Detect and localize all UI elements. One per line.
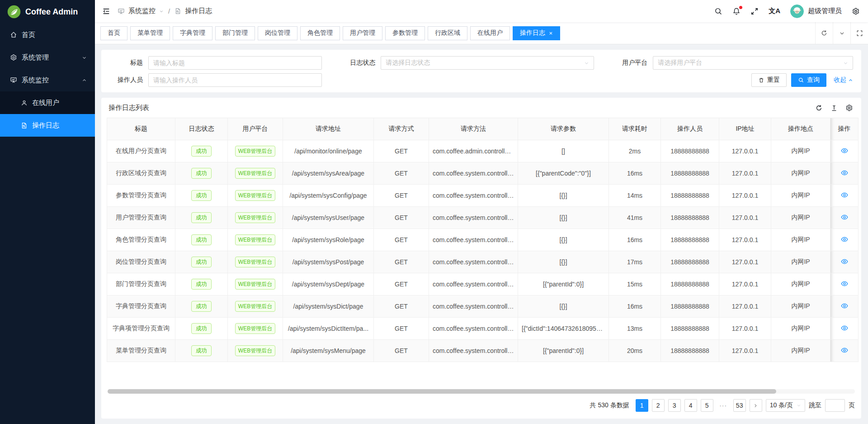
view-detail-eye-icon[interactable] — [840, 213, 849, 221]
user-icon — [21, 100, 28, 106]
tab[interactable]: 字典管理 — [173, 26, 212, 40]
refresh-icon[interactable] — [815, 22, 833, 44]
chevron-down-icon — [584, 61, 589, 66]
tab[interactable]: 用户管理 — [343, 26, 382, 40]
table-row: 部门管理分页查询 成功 WEB管理后台 /api/system/sysDept/… — [107, 273, 859, 295]
chevron-down-icon[interactable] — [159, 9, 164, 14]
page-button[interactable]: 3 — [668, 399, 681, 412]
sidebar-item-home[interactable]: 首页 — [0, 24, 95, 46]
next-page-button[interactable] — [750, 399, 762, 412]
cell-params: [{"parentId":0}] — [518, 273, 609, 295]
maximize-icon[interactable] — [850, 22, 868, 44]
view-detail-eye-icon[interactable] — [840, 324, 849, 332]
operator-input[interactable] — [148, 73, 322, 87]
view-detail-eye-icon[interactable] — [840, 302, 849, 310]
page-button[interactable]: 2 — [652, 399, 665, 412]
cell-title: 行政区域分页查询 — [107, 162, 175, 185]
reset-button[interactable]: 重置 — [751, 73, 787, 87]
column-settings-gear-icon[interactable] — [845, 104, 853, 112]
cell-title: 部门管理分页查询 — [107, 273, 175, 295]
sidebar-item-operation-log[interactable]: 操作日志 — [0, 114, 95, 137]
view-detail-eye-icon[interactable] — [840, 346, 849, 354]
tab-active-operation-log[interactable]: 操作日志 — [513, 26, 560, 40]
tab[interactable]: 行政区域 — [428, 26, 467, 40]
column-header: 操作地点 — [771, 118, 830, 140]
tab[interactable]: 菜单管理 — [130, 26, 170, 40]
tab[interactable]: 首页 — [100, 26, 127, 40]
page-button[interactable]: ··· — [717, 399, 730, 412]
log-status-select[interactable]: 请选择日志状态 — [381, 56, 594, 70]
main-area: 系统监控 / 操作日志 — [95, 0, 868, 424]
cell-operator: 18888888888 — [661, 251, 719, 273]
platform-select[interactable]: 请选择用户平台 — [653, 56, 853, 70]
search-button[interactable]: 查询 — [791, 73, 826, 87]
view-detail-eye-icon[interactable] — [840, 147, 849, 155]
settings-gear-icon[interactable] — [852, 7, 860, 15]
title-input[interactable] — [148, 56, 322, 70]
cell-params: [{}] — [518, 251, 609, 273]
cell-platform: WEB管理后台 — [228, 162, 283, 185]
notification-bell-icon[interactable] — [732, 7, 741, 15]
tab[interactable]: 部门管理 — [215, 26, 255, 40]
tab[interactable]: 岗位管理 — [258, 26, 297, 40]
view-detail-eye-icon[interactable] — [840, 191, 849, 199]
tab-label: 操作日志 — [520, 29, 545, 37]
table-header-row: 标题 日志状态 用户平台 请求地址 请求方式 请求方法 — [107, 118, 859, 140]
page-number: 4 — [689, 402, 693, 409]
cell-action — [830, 207, 859, 229]
view-detail-eye-icon[interactable] — [840, 169, 849, 177]
refresh-icon[interactable] — [815, 104, 823, 112]
scrollbar-thumb[interactable] — [108, 389, 776, 394]
jump-page-input[interactable] — [825, 399, 845, 412]
cell-operator: 18888888888 — [661, 229, 719, 251]
avatar[interactable] — [790, 5, 804, 18]
breadcrumb-parent[interactable]: 系统监控 — [128, 7, 156, 15]
user-menu[interactable]: 超级管理员 — [790, 5, 842, 18]
page-size-select[interactable]: 10 条/页 — [766, 399, 805, 412]
close-icon[interactable] — [549, 31, 553, 35]
status-badge: 成功 — [191, 212, 212, 224]
column-header: IP地址 — [719, 118, 771, 140]
cell-ip: 127.0.0.1 — [719, 251, 771, 273]
cell-request-method: GET — [374, 162, 429, 185]
view-detail-eye-icon[interactable] — [840, 235, 849, 243]
filter-actions: 重置 查询 收起 — [334, 73, 853, 87]
view-detail-eye-icon[interactable] — [840, 257, 849, 266]
sidebar-item-online-users[interactable]: 在线用户 — [0, 91, 95, 114]
page-button[interactable]: 53 — [733, 399, 746, 412]
title-label: 标题 — [101, 59, 148, 67]
tab[interactable]: 参数管理 — [385, 26, 425, 40]
cell-handler: com.coffee.system.controlle... — [429, 295, 518, 318]
cell-title: 字典管理分页查询 — [107, 295, 175, 318]
cell-status: 成功 — [175, 273, 228, 295]
cell-operator: 18888888888 — [661, 295, 719, 318]
page-button[interactable]: 5 — [701, 399, 713, 412]
sidebar-item-system-monitor[interactable]: 系统监控 — [0, 69, 95, 91]
search-icon[interactable] — [714, 7, 722, 15]
breadcrumb: 系统监控 / 操作日志 — [118, 7, 212, 15]
cell-request-method: GET — [374, 295, 429, 318]
chevron-down-icon[interactable] — [833, 22, 850, 44]
sidebar-item-system-management[interactable]: 系统管理 — [0, 46, 95, 69]
cell-location: 内网IP — [771, 318, 830, 340]
cell-operator: 18888888888 — [661, 162, 719, 185]
cell-ip: 127.0.0.1 — [719, 295, 771, 318]
page-button[interactable]: 1 — [636, 399, 648, 412]
cell-duration: 14ms — [609, 185, 661, 207]
horizontal-scrollbar[interactable] — [108, 389, 855, 394]
collapse-filter-link[interactable]: 收起 — [834, 76, 853, 84]
view-detail-eye-icon[interactable] — [840, 280, 849, 288]
notification-badge-dot — [739, 6, 742, 9]
platform-badge: WEB管理后台 — [235, 257, 275, 267]
tab[interactable]: 角色管理 — [300, 26, 340, 40]
sidebar-collapse-button[interactable] — [102, 7, 110, 15]
cell-title: 在线用户分页查询 — [107, 140, 175, 162]
translate-icon[interactable]: 文A — [769, 7, 780, 15]
page-button[interactable]: 4 — [684, 399, 697, 412]
chevron-up-icon — [82, 78, 87, 83]
row-height-icon[interactable] — [830, 105, 838, 112]
card-title: 操作日志列表 — [108, 104, 149, 112]
tab[interactable]: 在线用户 — [470, 26, 510, 40]
table-row: 角色管理分页查询 成功 WEB管理后台 /api/system/sysRole/… — [107, 229, 859, 251]
fullscreen-icon[interactable] — [750, 7, 759, 15]
